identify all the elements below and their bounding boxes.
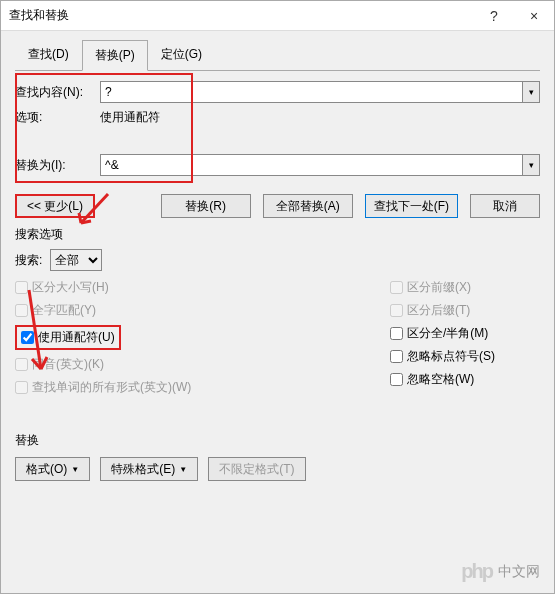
chk-punct-input[interactable] [390, 350, 403, 363]
dialog-body: 查找内容(N): ▾ 选项: 使用通配符 替换为(I): ▾ << 更少(L) … [1, 71, 554, 491]
action-buttons-row: << 更少(L) 替换(R) 全部替换(A) 查找下一处(F) 取消 [15, 194, 540, 218]
chk-case: 区分大小写(H) [15, 279, 390, 296]
replace-row: 替换为(I): ▾ [15, 154, 540, 176]
replace-all-button[interactable]: 全部替换(A) [263, 194, 353, 218]
tab-goto[interactable]: 定位(G) [148, 39, 215, 70]
find-label: 查找内容(N): [15, 84, 100, 101]
find-options-row: 选项: 使用通配符 [15, 109, 540, 126]
replace-format-header: 替换 [15, 432, 540, 449]
replace-input[interactable] [100, 154, 522, 176]
less-button[interactable]: << 更少(L) [15, 194, 95, 218]
checkbox-left-col: 区分大小写(H) 全字匹配(Y) 使用通配符(U) 同音(英文)(K) 查找单词… [15, 279, 390, 402]
chk-wildcard[interactable]: 使用通配符(U) [15, 325, 121, 350]
chk-space[interactable]: 忽略空格(W) [390, 371, 540, 388]
options-label: 选项: [15, 109, 100, 126]
find-next-button[interactable]: 查找下一处(F) [365, 194, 458, 218]
titlebar: 查找和替换 ? × [1, 1, 554, 31]
chk-prefix-input [390, 281, 403, 294]
chk-halfwidth[interactable]: 区分全/半角(M) [390, 325, 540, 342]
cancel-button[interactable]: 取消 [470, 194, 540, 218]
chk-homophone: 同音(英文)(K) [15, 356, 390, 373]
search-direction-select[interactable]: 全部 [50, 249, 102, 271]
options-value: 使用通配符 [100, 109, 160, 126]
replace-format-section: 替换 格式(O)▼ 特殊格式(E)▼ 不限定格式(T) [15, 432, 540, 481]
format-button[interactable]: 格式(O)▼ [15, 457, 90, 481]
find-dropdown-button[interactable]: ▾ [522, 81, 540, 103]
watermark-text: 中文网 [498, 563, 540, 581]
no-format-button: 不限定格式(T) [208, 457, 305, 481]
tab-strip: 查找(D) 替换(P) 定位(G) [1, 31, 554, 70]
search-options-header: 搜索选项 [15, 226, 540, 243]
watermark-logo-icon: php [461, 560, 492, 583]
replace-button[interactable]: 替换(R) [161, 194, 251, 218]
chk-suffix-input [390, 304, 403, 317]
replace-label: 替换为(I): [15, 157, 100, 174]
watermark: php 中文网 [461, 560, 540, 583]
help-button[interactable]: ? [474, 1, 514, 31]
find-row: 查找内容(N): ▾ [15, 81, 540, 103]
close-button[interactable]: × [514, 1, 554, 31]
tab-replace[interactable]: 替换(P) [82, 40, 148, 71]
chk-case-input [15, 281, 28, 294]
chevron-down-icon: ▼ [179, 465, 187, 474]
search-direction-label: 搜索: [15, 252, 42, 269]
chk-halfwidth-input[interactable] [390, 327, 403, 340]
find-replace-dialog: 查找和替换 ? × 查找(D) 替换(P) 定位(G) 查找内容(N): ▾ 选… [0, 0, 555, 594]
chk-punct[interactable]: 忽略标点符号(S) [390, 348, 540, 365]
chk-prefix: 区分前缀(X) [390, 279, 540, 296]
chevron-down-icon: ▼ [71, 465, 79, 474]
chk-suffix: 区分后缀(T) [390, 302, 540, 319]
tab-find[interactable]: 查找(D) [15, 39, 82, 70]
special-format-button[interactable]: 特殊格式(E)▼ [100, 457, 198, 481]
chk-wildcard-input[interactable] [21, 331, 34, 344]
chk-wordforms: 查找单词的所有形式(英文)(W) [15, 379, 390, 396]
chk-whole-input [15, 304, 28, 317]
replace-dropdown-button[interactable]: ▾ [522, 154, 540, 176]
chk-wordforms-input [15, 381, 28, 394]
chk-whole: 全字匹配(Y) [15, 302, 390, 319]
dialog-title: 查找和替换 [9, 7, 474, 24]
chk-homophone-input [15, 358, 28, 371]
chk-space-input[interactable] [390, 373, 403, 386]
checkbox-right-col: 区分前缀(X) 区分后缀(T) 区分全/半角(M) 忽略标点符号(S) 忽略空格… [390, 279, 540, 402]
find-input[interactable] [100, 81, 522, 103]
checkbox-columns: 区分大小写(H) 全字匹配(Y) 使用通配符(U) 同音(英文)(K) 查找单词… [15, 279, 540, 402]
search-direction-row: 搜索: 全部 [15, 249, 540, 271]
